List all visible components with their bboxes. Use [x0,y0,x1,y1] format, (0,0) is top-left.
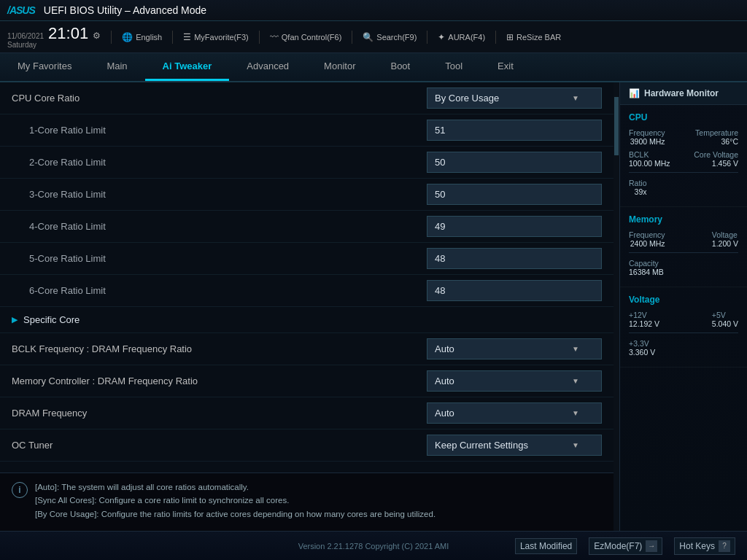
search-label: Search(F9) [376,33,417,42]
scrollbar-thumb[interactable] [614,97,619,155]
footer: Version 2.21.1278 Copyright (C) 2021 AMI… [0,531,747,560]
settings-icon[interactable]: ⚙ [93,31,101,41]
status-aura[interactable]: ✦ AURA(F4) [438,32,485,42]
divider-5 [427,31,427,44]
tab-main[interactable]: Main [89,53,144,81]
day-value: Saturday [7,41,44,50]
english-icon: 🌐 [122,32,133,42]
mem-ctrl-ratio-selected: Auto [435,376,454,386]
setting-core1-ratio: 1-Core Ratio Limit 51 [0,114,614,147]
status-myfavorite[interactable]: ☰ MyFavorite(F3) [183,32,249,42]
status-qfan[interactable]: 〰 Qfan Control(F6) [270,32,342,42]
hw-value-temperature: 36°C [695,137,738,146]
dram-freq-dropdown[interactable]: Auto ▼ [427,402,602,424]
status-search[interactable]: 🔍 Search(F9) [363,32,417,42]
aura-icon: ✦ [438,32,445,42]
hw-monitor-header: 📊 Hardware Monitor [620,82,747,105]
divider-6 [495,31,496,44]
specific-core-section[interactable]: ▶ Specific Core [0,307,614,333]
dropdown-arrow-2: ▼ [572,345,579,353]
info-icon: i [12,482,28,498]
core1-ratio-label: 1-Core Ratio Limit [12,125,427,136]
cpu-core-ratio-dropdown[interactable]: By Core Usage ▼ [427,88,602,109]
core1-ratio-input[interactable]: 51 [427,120,602,141]
status-bar: 11/06/2021 Saturday 21:01 ⚙ 🌐 English ☰ … [0,21,747,53]
hw-value-core-voltage: 1.456 V [694,159,738,168]
hw-section-voltage: Voltage +12V 12.192 V +5V 5.040 V +3.3V [620,287,747,368]
tab-tool[interactable]: Tool [427,53,480,81]
setting-bclk-dram-ratio: BCLK Frequency : DRAM Frequency Ratio Au… [0,333,614,365]
hw-section-voltage-title: Voltage [629,295,738,305]
ez-mode-icon: → [646,540,657,552]
tab-favorites[interactable]: My Favorites [0,53,89,81]
divider-4 [352,31,352,44]
qfan-icon: 〰 [270,32,279,42]
core3-ratio-input[interactable]: 50 [427,184,602,205]
core2-ratio-label: 2-Core Ratio Limit [12,157,427,168]
setting-cpu-core-ratio: CPU Core Ratio By Core Usage ▼ [0,82,614,114]
hw-label-mem-frequency: Frequency [629,230,665,239]
tab-monitor[interactable]: Monitor [306,53,373,81]
bclk-dram-ratio-dropdown[interactable]: Auto ▼ [427,338,602,359]
hw-label-3v3: +3.3V [629,339,655,348]
mem-ctrl-ratio-dropdown[interactable]: Auto ▼ [427,370,602,392]
core2-ratio-input[interactable]: 50 [427,152,602,173]
tab-advanced[interactable]: Advanced [229,53,306,81]
ez-mode-label: EzMode(F7) [594,541,642,551]
hot-keys-button[interactable]: Hot Keys ? [674,537,735,555]
core4-ratio-input[interactable]: 49 [427,216,602,237]
core3-ratio-value: 50 [427,184,602,205]
cpu-core-ratio-value: By Core Usage ▼ [427,88,602,109]
status-resize[interactable]: ⊞ ReSize BAR [506,32,561,42]
core6-ratio-input[interactable]: 48 [427,280,602,301]
hw-monitor: 📊 Hardware Monitor CPU Frequency 3900 MH… [619,82,747,531]
oc-tuner-dropdown[interactable]: Keep Current Settings ▼ [427,435,602,456]
core5-ratio-label: 5-Core Ratio Limit [12,253,427,264]
tab-ai-tweaker[interactable]: Ai Tweaker [145,53,230,81]
hw-divider-3 [629,332,738,333]
dram-freq-label: DRAM Frequency [12,408,427,419]
tab-exit[interactable]: Exit [480,53,531,81]
info-text: [Auto]: The system will adjust all core … [35,481,436,524]
hw-value-mem-voltage: 1.200 V [712,239,738,248]
bclk-dram-ratio-label: BCLK Frequency : DRAM Frequency Ratio [12,343,427,354]
cpu-core-ratio-selected: By Core Usage [435,93,499,104]
setting-oc-tuner: OC Tuner Keep Current Settings ▼ [0,429,614,462]
setting-core5-ratio: 5-Core Ratio Limit 48 [0,243,614,275]
aura-label: AURA(F4) [448,33,485,42]
date-value: 11/06/2021 [7,32,44,41]
status-english[interactable]: 🌐 English [122,32,162,42]
dropdown-arrow-3: ▼ [572,377,579,385]
hw-value-ratio: 39x [629,187,647,196]
setting-dram-freq: DRAM Frequency Auto ▼ [0,397,614,429]
header-title: UEFI BIOS Utility – Advanced Mode [44,4,206,16]
date-display: 11/06/2021 Saturday [7,32,44,50]
hw-value-3v3: 3.360 V [629,348,655,357]
hw-label-temperature: Temperature [695,128,738,137]
scrollbar[interactable] [614,82,619,531]
hw-row-bclk-corevolt: BCLK 100.00 MHz Core Voltage 1.456 V [629,150,738,168]
hw-label-12v: +12V [629,311,659,319]
hw-row-capacity: Capacity 16384 MB [629,259,738,276]
qfan-label: Qfan Control(F6) [282,33,342,42]
cpu-core-ratio-label: CPU Core Ratio [12,93,427,104]
setting-core2-ratio: 2-Core Ratio Limit 50 [0,147,614,179]
header: /ASUS UEFI BIOS Utility – Advanced Mode [0,0,747,21]
hw-value-bclk: 100.00 MHz [629,159,670,168]
last-modified-button[interactable]: Last Modified [515,538,577,554]
core5-ratio-input[interactable]: 48 [427,248,602,269]
setting-core3-ratio: 3-Core Ratio Limit 50 [0,179,614,211]
core5-ratio-value: 48 [427,248,602,269]
core4-ratio-value: 49 [427,216,602,237]
ez-mode-button[interactable]: EzMode(F7) → [589,537,662,555]
setting-core4-ratio: 4-Core Ratio Limit 49 [0,211,614,243]
hw-label-core-voltage: Core Voltage [694,150,738,159]
hw-label-capacity: Capacity [629,259,664,268]
dropdown-arrow-5: ▼ [572,441,579,449]
info-line-2: [Sync All Cores]: Configure a core ratio… [35,494,436,507]
hw-section-cpu-title: CPU [629,112,738,122]
hw-value-5v: 5.040 V [712,319,738,328]
tab-boot[interactable]: Boot [373,53,427,81]
footer-version: Version 2.21.1278 Copyright (C) 2021 AMI [298,542,449,551]
hw-label-ratio: Ratio [629,179,647,187]
